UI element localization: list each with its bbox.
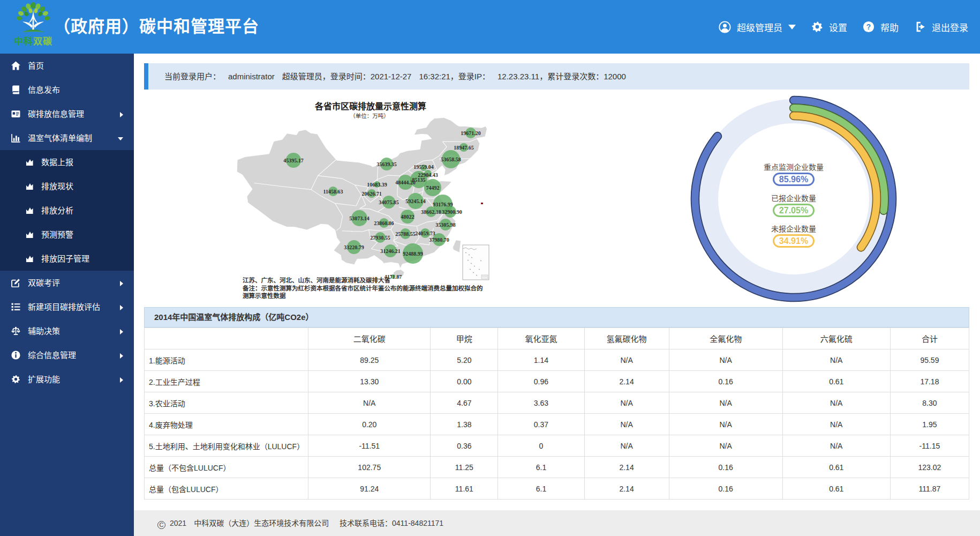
map-bubble-value: 11458.63	[323, 189, 343, 195]
row-value: 0.37	[498, 414, 584, 435]
row-value: 1.38	[431, 414, 498, 435]
map-bubble-value: 25788.55	[395, 231, 416, 237]
chart-column-icon	[11, 133, 20, 143]
table-row-2: 3.农业活动N/A4.673.63N/AN/AN/A8.30	[145, 392, 969, 414]
sidebar-item-0[interactable]: 首页	[0, 54, 134, 78]
page-footer: C2021 中科双碳（大连）生态环境技术有限公司 技术联系电话：0411-848…	[134, 510, 980, 536]
map-title: 各省市区碳排放量示意性测算	[314, 101, 426, 111]
row-value: 4.67	[431, 392, 498, 414]
row-label: 2.工业生产过程	[145, 371, 308, 392]
row-value: 0.00	[431, 371, 498, 392]
map-bubble-value: 34075.85	[379, 199, 399, 205]
enterprise-gauge-chart[interactable]: 重点监测企业数量85.96%已报企业数量27.05%未报企业数量34.91%	[681, 86, 906, 311]
user-menu[interactable]: 超级管理员	[719, 20, 796, 34]
login-info-bar: 当前登录用户：administrator超级管理员，登录时间：2021-12-2…	[144, 63, 969, 90]
row-value: N/A	[782, 435, 890, 457]
row-value: N/A	[584, 435, 669, 457]
sidebar-item-8[interactable]: 扩展功能	[0, 367, 134, 391]
map-notes: 江苏、广东、河北、山东、河南是能源消耗及碳排大省备注：示意性测算为红杉资本根据各…	[242, 277, 483, 299]
question-circle-icon: ?	[863, 21, 875, 33]
help-button[interactable]: ? 帮助	[863, 20, 899, 34]
book-icon	[11, 85, 20, 94]
sidebar-item-1[interactable]: 信息发布	[0, 78, 134, 102]
row-value: 17.18	[890, 371, 969, 392]
row-label: 5.土地利用、土地利用变化和林业（LULUCF）	[145, 435, 308, 457]
map-subtitle: （单位：万吨）	[350, 113, 389, 119]
row-label: 1.能源活动	[145, 349, 308, 371]
sidebar-subitem-4[interactable]: 排放因子管理	[0, 247, 134, 271]
table-row-4: 5.土地利用、土地利用变化和林业（LULUCF）-11.510.360N/AN/…	[145, 435, 969, 457]
sidebar-item-label: 温室气体清单编制	[28, 126, 92, 150]
settings-button[interactable]: 设置	[811, 20, 847, 34]
gear-icon	[11, 375, 20, 384]
sidebar-item-5[interactable]: 新建项目碳排放评估	[0, 295, 134, 319]
header-menu: 超级管理员 设置 ? 帮助 退出登录	[719, 0, 968, 54]
login-info-part-2: 超级管理员，登录时间：2021-12-27	[282, 72, 412, 81]
login-info-part-4: 12.23.23.11，累计登录次数：12000	[497, 72, 626, 81]
table-row-3: 4.废弃物处理0.201.380.37N/AN/AN/A1.95	[145, 414, 969, 435]
map-bubble-value: 10683.39	[367, 182, 387, 188]
row-label: 4.废弃物处理	[145, 414, 308, 435]
sidebar-subitem-0[interactable]: 数据上报	[0, 150, 134, 174]
sidebar-item-6[interactable]: 辅助决策	[0, 319, 134, 343]
table-row-1: 2.工业生产过程13.300.000.962.140.160.6117.18	[145, 371, 969, 392]
caret-down-icon	[788, 25, 796, 29]
table-col-header-3: 氧化亚氮	[498, 328, 584, 349]
row-value: 2.14	[584, 371, 669, 392]
app-header: 中科双碳 （政府用）碳中和管理平台 超级管理员 设置 ? 帮助	[0, 0, 980, 54]
chevron-right-icon	[120, 112, 123, 117]
row-value: -11.15	[890, 435, 969, 457]
sidebar-item-7[interactable]: 综合信息管理	[0, 343, 134, 367]
main-content: 当前登录用户：administrator超级管理员，登录时间：2021-12-2…	[134, 54, 980, 536]
logout-button[interactable]: 退出登录	[914, 20, 968, 34]
map-bubble-value: 92488.99	[403, 251, 423, 257]
map-bubble-value: 33220.79	[344, 244, 364, 250]
sidebar-subitem-3[interactable]: 预测预警	[0, 222, 134, 247]
gear-icon	[811, 21, 823, 33]
sidebar-item-4[interactable]: 双碳考评	[0, 271, 134, 295]
gauge-label-1: 已报企业数量	[681, 193, 906, 204]
sidebar-item-label: 首页	[28, 54, 44, 78]
page-title: （政府用）碳中和管理平台	[54, 0, 259, 54]
map-bubble-value: 48444.20	[395, 180, 416, 185]
sidebar-subitem-2[interactable]: 排放分析	[0, 198, 134, 222]
row-value: 102.75	[308, 457, 431, 478]
sidebar-item-2[interactable]: 碳排放信息管理	[0, 102, 134, 126]
sidebar-item-label: 信息发布	[28, 78, 60, 102]
table-col-header-4: 氢氟碳化物	[584, 328, 669, 349]
chart-area-icon	[26, 255, 34, 263]
scale-icon	[11, 326, 20, 336]
login-info-part-0: 当前登录用户：	[164, 72, 221, 81]
gauge-value-badge-1: 27.05%	[773, 204, 815, 217]
map-bubble-value: 18947.65	[454, 145, 474, 151]
tree-logo-icon	[16, 2, 51, 39]
row-value: 0.96	[498, 371, 584, 392]
row-value: 1.95	[890, 414, 969, 435]
map-note-line-0: 江苏、广东、河北、山东、河南是能源消耗及碳排大省	[243, 277, 390, 284]
chevron-right-icon	[120, 305, 123, 310]
row-value: 2.14	[584, 457, 669, 478]
sidebar-subitem-label: 排放现状	[41, 174, 73, 198]
map-bubble-value: 20626.71	[361, 191, 382, 197]
row-value: -11.51	[308, 435, 431, 457]
row-value: N/A	[584, 349, 669, 371]
sidebar-item-label: 双碳考评	[28, 271, 60, 295]
sidebar-subitem-label: 数据上报	[41, 150, 73, 174]
china-emission-map[interactable]: 各省市区碳排放量示意性测算 （单位：万吨） 19671.2018947.6553…	[203, 92, 514, 302]
ghg-table: 二氧化碳甲烷氧化亚氮氢氟碳化物全氟化物六氟化硫合计 1.能源活动89.255.2…	[144, 327, 969, 500]
table-title: 2014年中国温室气体排放构成（亿吨CO2e）	[144, 307, 969, 327]
map-bubble-value: 24059.73	[415, 230, 435, 236]
sidebar-item-3[interactable]: 温室气体清单编制	[0, 126, 134, 150]
map-note-line-1: 备注：示意性测算为红杉资本根据各省市区统计年鉴公布的能源终端消费总量加权拟合的	[242, 285, 483, 292]
table-col-header-0	[145, 328, 308, 349]
map-bubble-value: 19559.04	[413, 164, 434, 170]
sidebar-subitem-1[interactable]: 排放现状	[0, 174, 134, 198]
sidebar-item-label: 辅助决策	[28, 319, 60, 343]
row-value: N/A	[782, 349, 890, 371]
chevron-right-icon	[120, 377, 123, 383]
row-label: 总量（包含LULUCF）	[145, 478, 308, 500]
map-bubble-value: 59245.14	[405, 198, 426, 204]
sidebar-item-label: 综合信息管理	[28, 343, 76, 367]
chevron-right-icon	[120, 353, 123, 359]
row-value: 0.20	[308, 414, 431, 435]
